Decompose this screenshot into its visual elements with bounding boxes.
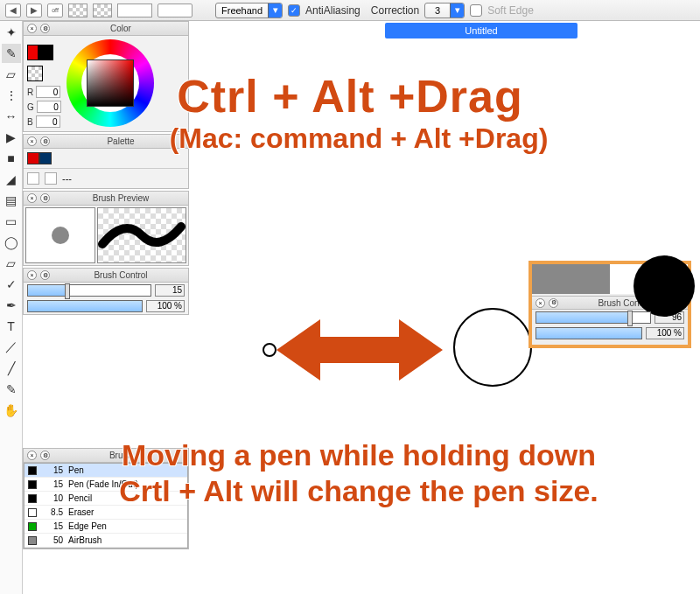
add-swatch-icon[interactable] [27,172,39,185]
pointer-tool-icon[interactable]: ▶ [2,128,21,147]
stroke-style[interactable] [158,3,192,17]
brush-opacity-value[interactable]: 100 % [146,300,185,312]
polyline-tool-icon[interactable]: ▱ [2,254,21,273]
eyedropper-tool-icon[interactable]: ✎ [2,380,21,399]
eraser-tool-icon[interactable]: ▱ [2,65,21,84]
brush-opacity-slider[interactable] [27,300,143,312]
brush-cursor-small [262,343,276,357]
dash-tool-icon[interactable]: ╱ [2,359,21,378]
inset-opacity-slider[interactable] [536,327,642,339]
brush-stroke-preview [97,207,186,263]
texture-swatch-2[interactable] [93,3,112,17]
brush-row[interactable]: 15Edge Pen [24,520,187,534]
line-tool-icon[interactable]: ／ [2,338,21,357]
inset-opacity-value[interactable]: 100 % [646,327,684,339]
tool-column: ✦ ✎ ▱ ⋮ ↔ ▶ ■ ◢ ▤ ▭ ◯ ▱ ✓ ✒ T ／ ╱ ✎ ✋ [0,21,23,594]
gear-icon[interactable]: ⚙ [549,298,558,308]
lasso-tool-icon[interactable]: ◯ [2,233,21,252]
marquee-tool-icon[interactable]: ▭ [2,212,21,231]
brush-row[interactable]: 50AirBrush [24,534,187,548]
draw-mode-select[interactable]: Freehand ▾ [215,3,283,18]
double-arrow-icon [276,315,443,385]
gear-icon[interactable]: ⚙ [40,270,50,280]
draw-mode-value: Freehand [216,5,268,16]
off-toggle[interactable]: off [47,3,63,17]
close-icon[interactable]: × [536,298,545,308]
inset-size-slider[interactable] [536,311,651,324]
antialias-checkbox[interactable]: ✓ [288,4,300,17]
softedge-checkbox[interactable]: ✓ [470,4,482,17]
pencil-tool-icon[interactable]: ✎ [2,44,21,63]
brush-control-panel: ×⚙Brush Control 15 100 % [23,268,189,315]
history-back[interactable]: ◀ [5,3,21,17]
brush-cursor-large [453,308,532,387]
correction-label: Correction [371,4,419,17]
magic-wand-icon[interactable]: ✦ [2,23,21,42]
chevron-updown-icon: ▾ [268,3,282,17]
brush-preview-panel: ×⚙Brush Preview [23,191,189,266]
close-icon[interactable]: × [27,270,37,280]
history-fwd[interactable]: ▶ [26,3,42,17]
gradient-tool-icon[interactable]: ▤ [2,191,21,210]
brush-tick-icon[interactable]: ✓ [2,275,21,294]
brush-size-value[interactable]: 15 [155,284,185,297]
text-tool-icon[interactable]: T [2,317,21,336]
shape-tool-icon[interactable]: ■ [2,149,21,168]
hand-tool-icon[interactable]: ✋ [2,401,21,420]
annotation-body: Moving a pen while holding downCrtl + Al… [26,437,691,509]
gear-icon[interactable]: ⚙ [40,24,50,33]
antialias-label: AntiAliasing [305,4,360,17]
texture-swatch[interactable] [68,3,88,17]
fill-swatch[interactable] [117,3,152,17]
color-square[interactable] [87,59,134,107]
brush-size-slider[interactable] [27,284,151,297]
trash-icon[interactable] [45,172,57,185]
pen-tool-icon[interactable]: ✒ [2,296,21,315]
close-icon[interactable]: × [27,24,37,33]
close-icon[interactable]: × [27,193,37,203]
brush-control-inset: ×⚙Brush Control 96 100 % [528,261,691,348]
dot-tool-icon[interactable]: ⋮ [2,86,21,105]
chevron-updown-icon: ▾ [450,3,464,17]
softedge-label: Soft Edge [487,4,534,17]
toolbar: ◀ ▶ off Freehand ▾ ✓ AntiAliasing Correc… [0,0,700,21]
bucket-tool-icon[interactable]: ◢ [2,170,21,189]
gear-icon[interactable]: ⚙ [40,193,50,203]
brush-tip-preview [25,207,95,263]
move-tool-icon[interactable]: ↔ [2,107,21,126]
annotation-sub: (Mac: command + Alt +Drag) [35,122,682,155]
correction-value[interactable]: 3 ▾ [424,3,465,18]
document-tab[interactable]: Untitled [385,23,578,38]
